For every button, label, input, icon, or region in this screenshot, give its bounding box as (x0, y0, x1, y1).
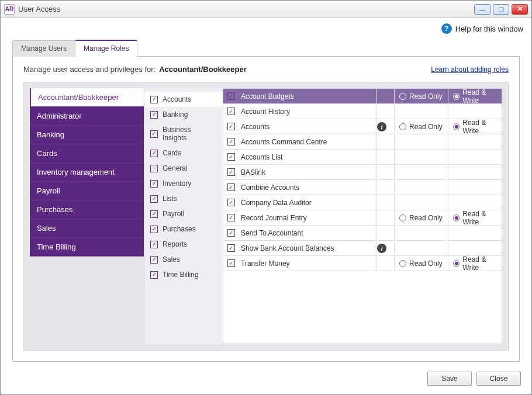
header-prompt: Manage user access and privileges for: (23, 65, 156, 74)
close-window-button[interactable]: ✕ (512, 4, 528, 15)
category-checkbox[interactable] (150, 180, 158, 188)
category-label: Lists (163, 195, 177, 203)
category-checkbox[interactable] (150, 150, 158, 157)
read-only-radio[interactable] (399, 93, 406, 100)
category-item[interactable]: Reports (144, 237, 223, 252)
minimize-button[interactable]: — (474, 4, 490, 15)
help-link[interactable]: ? Help for this window (441, 23, 523, 34)
role-item[interactable]: Payroll (30, 182, 144, 200)
category-checkbox[interactable] (150, 210, 158, 218)
category-checkbox[interactable] (150, 271, 158, 279)
category-label: Inventory (163, 179, 191, 188)
category-item[interactable]: General (144, 161, 223, 176)
permission-checkbox[interactable] (227, 92, 235, 100)
app-icon: AR (4, 4, 15, 15)
category-label: Business Insights (163, 126, 217, 142)
permission-row: Transfer MoneyRead OnlyRead & Write (223, 256, 502, 271)
permission-checkbox[interactable] (227, 199, 235, 206)
category-item[interactable]: Cards (144, 145, 223, 161)
role-item[interactable]: Sales (30, 219, 144, 238)
permission-checkbox[interactable] (227, 183, 235, 191)
header-role: Accountant/Bookkeeper (159, 65, 247, 74)
learn-roles-link[interactable]: Learn about adding roles (431, 65, 509, 74)
permission-checkbox[interactable] (227, 214, 235, 221)
role-item[interactable]: Banking (30, 126, 144, 144)
permission-row: Combine Accounts (223, 180, 502, 195)
toolbar: ? Help for this window (1, 18, 531, 39)
read-only-radio[interactable] (399, 260, 406, 267)
category-item[interactable]: Accounts (144, 92, 223, 107)
category-item[interactable]: Business Insights (144, 122, 223, 145)
permission-label: Accounts Command Centre (239, 138, 376, 146)
header-row: Manage user access and privileges for: A… (23, 65, 509, 74)
read-write-radio[interactable] (453, 123, 460, 130)
role-item[interactable]: Cards (30, 144, 144, 163)
inner-panel: Accountant/BookkeeperAdministratorBankin… (23, 82, 509, 351)
category-label: Reports (163, 240, 187, 248)
window-title: User Access (18, 5, 60, 13)
category-item[interactable]: Time Billing (144, 267, 223, 282)
permission-checkbox[interactable] (227, 108, 235, 115)
permission-label: Account History (239, 108, 376, 116)
permission-row: Account BudgetsRead OnlyRead & Write (223, 89, 502, 104)
category-checkbox[interactable] (150, 195, 158, 203)
permission-checkbox[interactable] (227, 229, 235, 237)
category-checkbox[interactable] (150, 165, 158, 172)
permission-label: Account Budgets (239, 92, 376, 101)
category-item[interactable]: Inventory (144, 176, 223, 191)
permission-checkbox[interactable] (227, 138, 235, 145)
read-write-radio[interactable] (453, 214, 460, 221)
category-label: Purchases (163, 225, 196, 233)
category-item[interactable]: Banking (144, 107, 223, 122)
category-checkbox[interactable] (150, 96, 158, 103)
permission-checkbox[interactable] (227, 123, 235, 130)
category-item[interactable]: Lists (144, 191, 223, 206)
read-write-radio[interactable] (453, 260, 460, 267)
maximize-button[interactable]: ▢ (493, 4, 509, 15)
read-write-label: Read & Write (462, 255, 502, 272)
permission-row: Accounts List (223, 150, 502, 165)
permission-checkbox[interactable] (227, 244, 235, 252)
permission-row: Account History (223, 104, 502, 119)
permission-label: Company Data Auditor (239, 199, 376, 207)
role-item[interactable]: Administrator (30, 107, 144, 126)
read-only-radio[interactable] (399, 214, 406, 221)
read-only-label: Read Only (409, 214, 443, 222)
permission-label: BASlink (239, 168, 376, 176)
read-only-radio[interactable] (399, 123, 406, 130)
category-item[interactable]: Purchases (144, 221, 223, 237)
tab-manage-users[interactable]: Manage Users (12, 40, 75, 57)
roles-list: Accountant/BookkeeperAdministratorBankin… (30, 88, 144, 344)
role-item[interactable]: Accountant/Bookkeeper (30, 88, 144, 107)
read-only-label: Read Only (409, 123, 443, 131)
category-checkbox[interactable] (150, 111, 158, 119)
tab-manage-roles[interactable]: Manage Roles (75, 40, 137, 57)
info-icon[interactable]: i (377, 122, 386, 131)
category-item[interactable]: Sales (144, 252, 223, 267)
permission-row: Accounts Command Centre (223, 134, 502, 150)
category-item[interactable]: Payroll (144, 206, 223, 221)
role-item[interactable]: Purchases (30, 200, 144, 219)
info-icon[interactable]: i (377, 244, 386, 253)
read-only-label: Read Only (409, 92, 443, 101)
category-checkbox[interactable] (150, 241, 158, 248)
permission-checkbox[interactable] (227, 153, 235, 161)
close-button[interactable]: Close (476, 372, 521, 386)
role-item[interactable]: Time Billing (30, 238, 144, 257)
permission-checkbox[interactable] (227, 168, 235, 176)
read-write-radio[interactable] (453, 93, 460, 100)
category-label: Accounts (163, 95, 191, 103)
category-checkbox[interactable] (150, 226, 158, 233)
permission-label: Combine Accounts (239, 183, 376, 192)
permission-checkbox[interactable] (227, 259, 235, 267)
role-item[interactable]: Inventory management (30, 163, 144, 182)
help-icon: ? (441, 23, 452, 34)
category-checkbox[interactable] (150, 256, 158, 264)
category-checkbox[interactable] (150, 130, 158, 138)
permission-row: Record Journal EntryRead OnlyRead & Writ… (223, 210, 502, 226)
save-button[interactable]: Save (427, 372, 472, 386)
footer: Save Close (1, 369, 531, 394)
read-write-label: Read & Write (462, 119, 502, 135)
permission-row: Send To Accountant (223, 226, 502, 241)
read-only-label: Read Only (409, 259, 443, 268)
